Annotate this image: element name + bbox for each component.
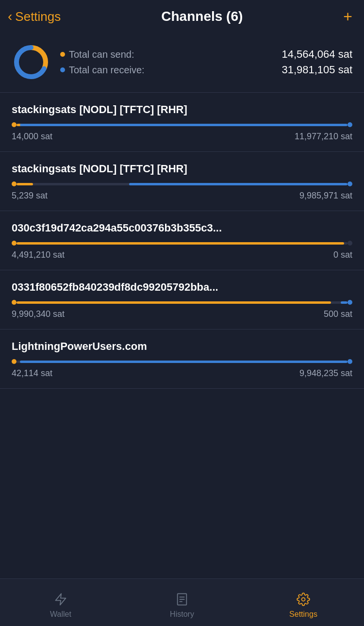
total-send-value: 14,564,064 sat [281, 48, 352, 61]
bar-fill-send [17, 183, 33, 185]
channel-item[interactable]: stackingsats [NODL] [TFTC] [RHR] 5,239 s… [0, 152, 364, 211]
total-send-row: Total can send: 14,564,064 sat [60, 48, 352, 61]
channel-values: 42,114 sat 9,948,235 sat [12, 368, 352, 379]
channel-name: stackingsats [NODL] [TFTC] [RHR] [12, 163, 352, 175]
send-dot [60, 52, 65, 57]
bar-track [17, 301, 347, 304]
channel-bar [12, 241, 352, 245]
bar-track [17, 361, 347, 363]
channel-name: stackingsats [NODL] [TFTC] [RHR] [12, 103, 352, 116]
page-title: Channels (6) [161, 9, 243, 24]
channel-recv-value: 0 sat [333, 250, 352, 260]
bar-fill-recv [20, 361, 347, 363]
channel-send-value: 5,239 sat [12, 191, 48, 201]
channel-name: 030c3f19d742ca294a55c00376b3b355c3... [12, 222, 352, 234]
bar-dot-left [12, 122, 17, 127]
donut-chart [12, 43, 50, 82]
bar-fill-recv [129, 183, 347, 185]
chevron-left-icon: ‹ [8, 9, 12, 24]
channel-name: 0331f80652fb840239df8dc99205792bba... [12, 281, 352, 294]
total-send-label: Total can send: [60, 49, 134, 60]
back-button[interactable]: ‹ Settings [8, 9, 61, 24]
summary-section: Total can send: 14,564,064 sat Total can… [0, 33, 364, 92]
bar-dot-right [347, 359, 352, 364]
bar-dot-left [12, 241, 17, 246]
svg-marker-3 [56, 593, 66, 605]
channel-send-value: 42,114 sat [12, 368, 52, 379]
bar-fill-recv [20, 124, 347, 126]
channel-item[interactable]: 0331f80652fb840239df8dc99205792bba... 9,… [0, 270, 364, 329]
channel-item[interactable]: 030c3f19d742ca294a55c00376b3b355c3... 4,… [0, 211, 364, 270]
nav-item-settings[interactable]: Settings [243, 587, 364, 619]
history-icon [174, 592, 190, 607]
total-receive-row: Total can receive: 31,981,105 sat [60, 64, 352, 76]
bar-dot-right [347, 122, 352, 127]
channels-list: stackingsats [NODL] [TFTC] [RHR] 14,000 … [0, 93, 364, 389]
history-label: History [170, 610, 194, 619]
channel-bar [12, 360, 352, 363]
bar-fill-send [17, 242, 344, 245]
bar-dot-right [347, 181, 352, 186]
bar-fill-send [17, 301, 331, 304]
wallet-label: Wallet [50, 610, 71, 619]
total-receive-label: Total can receive: [60, 65, 145, 76]
bottom-nav: Wallet History Settings [0, 578, 364, 626]
channel-bar [12, 300, 352, 304]
bar-track [17, 183, 347, 185]
add-channel-button[interactable]: + [343, 9, 352, 24]
svg-point-8 [302, 597, 305, 601]
nav-item-history[interactable]: History [121, 587, 243, 619]
bar-dot-right [347, 241, 352, 246]
channel-recv-value: 11,977,210 sat [295, 132, 352, 142]
channel-recv-value: 9,985,971 sat [299, 191, 352, 201]
channel-send-value: 4,491,210 sat [12, 250, 65, 260]
channel-bar [12, 123, 352, 127]
receive-dot [60, 67, 65, 72]
channel-values: 9,990,340 sat 500 sat [12, 309, 352, 319]
bar-fill-recv [341, 301, 347, 304]
channel-values: 4,491,210 sat 0 sat [12, 250, 352, 260]
bar-dot-left [12, 181, 17, 186]
settings-icon [296, 592, 311, 607]
channel-item[interactable]: LightningPowerUsers.com 42,114 sat 9,948… [0, 329, 364, 389]
channel-recv-value: 500 sat [324, 309, 352, 319]
channel-values: 14,000 sat 11,977,210 sat [12, 132, 352, 142]
nav-item-wallet[interactable]: Wallet [0, 587, 121, 619]
settings-label: Settings [289, 610, 317, 619]
wallet-icon [53, 592, 68, 607]
bar-dot-left [12, 359, 17, 364]
back-label: Settings [15, 9, 61, 24]
channel-send-value: 9,990,340 sat [12, 309, 65, 319]
bar-track [17, 242, 347, 245]
bar-track [17, 124, 347, 126]
total-receive-value: 31,981,105 sat [281, 64, 352, 76]
channel-name: LightningPowerUsers.com [12, 340, 352, 353]
bar-dot-right [347, 300, 352, 305]
channel-recv-value: 9,948,235 sat [299, 368, 352, 379]
channel-send-value: 14,000 sat [12, 132, 52, 142]
header: ‹ Settings Channels (6) + [0, 0, 364, 33]
bar-dot-left [12, 300, 17, 305]
channel-values: 5,239 sat 9,985,971 sat [12, 191, 352, 201]
channel-bar [12, 182, 352, 186]
summary-info: Total can send: 14,564,064 sat Total can… [60, 48, 352, 76]
channel-item[interactable]: stackingsats [NODL] [TFTC] [RHR] 14,000 … [0, 93, 364, 152]
